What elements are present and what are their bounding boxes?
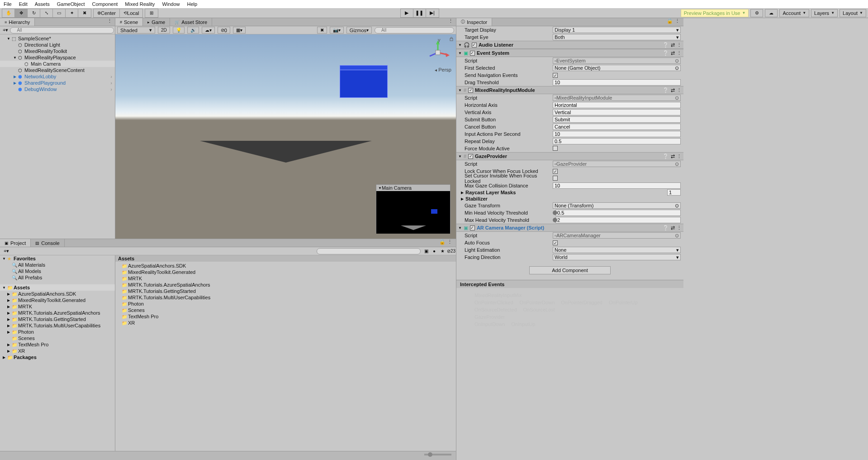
force-module-checkbox[interactable] xyxy=(553,146,558,151)
account-dropdown[interactable]: Account▼ xyxy=(779,9,809,17)
packages-header[interactable]: ▶📁Packages xyxy=(0,354,115,360)
first-selected-field[interactable]: None (Game Object)⊙ xyxy=(553,65,681,71)
asset-folder[interactable]: 📁Photon xyxy=(115,301,456,307)
scene-tab-menu[interactable]: ⋮ xyxy=(446,18,456,26)
min-head-input[interactable] xyxy=(555,210,681,216)
help-icon[interactable]: ❔ xyxy=(663,42,669,48)
hand-tool-button[interactable]: ✋ xyxy=(2,9,15,17)
h-axis-input[interactable] xyxy=(553,102,681,108)
menu-icon[interactable]: ⋮ xyxy=(677,153,682,159)
max-head-input[interactable] xyxy=(555,217,681,223)
hierarchy-scene[interactable]: ▼⬚SampleScene* xyxy=(0,35,115,42)
hierarchy-item[interactable]: ▼⬡MixedRealityPlayspace xyxy=(0,54,115,61)
hierarchy-item[interactable]: ⬡Directional Light xyxy=(0,42,115,48)
layout-dropdown[interactable]: Layout▼ xyxy=(840,9,866,17)
hidden-packages-icon[interactable]: ⊘23 xyxy=(447,249,454,254)
hierarchy-search-input[interactable] xyxy=(10,27,114,34)
scene-tab[interactable]: #Scene xyxy=(115,18,143,26)
project-tab-menu[interactable]: ⋮ xyxy=(447,239,452,245)
preset-icon[interactable]: ⇄ xyxy=(671,225,675,231)
favorites-header[interactable]: ▼★Favorites xyxy=(0,255,115,262)
scene-view[interactable]: y ◂ Persp ▼ Main Camera xyxy=(115,34,456,239)
tools-button[interactable]: ✖ xyxy=(317,27,327,34)
help-icon[interactable]: ❔ xyxy=(663,87,669,93)
favorite-item[interactable]: 🔍All Prefabs xyxy=(0,274,115,281)
hierarchy-tab-menu[interactable]: ⋮ xyxy=(104,18,115,26)
preset-icon[interactable]: ⇄ xyxy=(671,87,675,93)
play-button[interactable]: ▶ xyxy=(401,9,413,17)
facing-dropdown[interactable]: World▾ xyxy=(553,254,681,260)
hierarchy-item-prefab[interactable]: ▶⬢SharedPlayground› xyxy=(0,80,115,86)
favorite-item[interactable]: 🔍All Models xyxy=(0,268,115,274)
pivot-local-button[interactable]: ⟲Local xyxy=(120,9,142,17)
draw-mode-dropdown[interactable]: Shaded ▾ xyxy=(117,27,155,34)
lighting-toggle[interactable]: 💡 xyxy=(173,27,185,34)
project-search-input[interactable] xyxy=(317,248,421,254)
max-gaze-input[interactable] xyxy=(553,182,681,189)
project-tab[interactable]: ▣Project xyxy=(0,239,31,247)
raycast-count-input[interactable] xyxy=(667,189,681,196)
ar-camera-component-header[interactable]: ▼▣✓AR Camera Manager (Script)❔⇄⋮ xyxy=(456,224,683,232)
project-create-button[interactable]: +▾ xyxy=(2,248,11,254)
rect-tool-button[interactable]: ▭ xyxy=(53,9,66,17)
projection-label[interactable]: ◂ Persp xyxy=(435,67,451,72)
hierarchy-item-prefab[interactable]: ▶⬢NetworkLobby› xyxy=(0,73,115,80)
step-button[interactable]: ▶| xyxy=(426,9,439,17)
hierarchy-item[interactable]: ⬡MixedRealitySceneContent xyxy=(0,67,115,73)
folder-item[interactable]: ▶📁MRTK xyxy=(0,303,115,310)
hidden-objects-toggle[interactable]: ⊘0 xyxy=(218,27,230,34)
gaze-transform-field[interactable]: None (Transform)⊙ xyxy=(553,202,681,209)
preset-icon[interactable]: ⇄ xyxy=(671,50,675,56)
folder-item[interactable]: ▶📁TextMesh Pro xyxy=(0,341,115,348)
auto-focus-checkbox[interactable]: ✓ xyxy=(553,240,558,245)
folder-item[interactable]: ▶📁AzureSpatialAnchors.SDK xyxy=(0,291,115,297)
add-component-button[interactable]: Add Component xyxy=(529,266,611,274)
snap-button[interactable]: ⊞ xyxy=(145,9,158,17)
asset-folder[interactable]: 📁MixedRealityToolkit.Generated xyxy=(115,269,456,275)
orientation-gizmo[interactable]: y xyxy=(424,39,451,66)
menu-assets[interactable]: Assets xyxy=(35,1,50,7)
target-eye-dropdown[interactable]: Both▾ xyxy=(553,34,681,40)
event-system-component-header[interactable]: ▼▣✓Event System❔⇄⋮ xyxy=(456,49,683,57)
filter-by-type-icon[interactable]: ▣ xyxy=(422,249,430,254)
light-est-dropdown[interactable]: None▾ xyxy=(553,247,681,253)
raycast-layer-masks-foldout[interactable]: ▶Raycast Layer Masks xyxy=(456,189,683,196)
mr-input-component-header[interactable]: ▼#✓MixedRealityInputModule❔⇄⋮ xyxy=(456,86,683,94)
asset-store-tab[interactable]: 🛒Asset Store xyxy=(170,18,212,26)
help-icon[interactable]: ❔ xyxy=(663,225,669,231)
repeat-delay-input[interactable] xyxy=(553,138,681,144)
lock-icon[interactable] xyxy=(449,37,454,41)
folder-item[interactable]: ▶📁MRTK.Tutorials.AzureSpatialAnchors xyxy=(0,310,115,316)
thumbnail-size-slider[interactable] xyxy=(424,454,451,455)
rotate-tool-button[interactable]: ↻ xyxy=(28,9,40,17)
asset-folder[interactable]: 📁AzureSpatialAnchors.SDK xyxy=(115,263,456,269)
menu-file[interactable]: File xyxy=(4,1,12,7)
audio-toggle[interactable]: 🔊 xyxy=(187,27,199,34)
folder-item[interactable]: ▶📁MixedRealityToolkit.Generated xyxy=(0,297,115,303)
folder-item[interactable]: ▶📁Photon xyxy=(0,329,115,335)
transform-tool-button[interactable]: ✦ xyxy=(66,9,78,17)
submit-input[interactable] xyxy=(553,116,681,123)
send-nav-checkbox[interactable]: ✓ xyxy=(553,73,558,78)
layers-dropdown[interactable]: Layers▼ xyxy=(811,9,838,17)
asset-folder[interactable]: 📁MRTK xyxy=(115,275,456,282)
preset-icon[interactable]: ⇄ xyxy=(671,153,675,159)
menu-icon[interactable]: ⋮ xyxy=(677,87,682,93)
lock-cursor-checkbox[interactable]: ✓ xyxy=(553,169,558,174)
console-tab[interactable]: ▤Console xyxy=(31,239,64,247)
help-icon[interactable]: ❔ xyxy=(663,50,669,56)
menu-icon[interactable]: ⋮ xyxy=(677,225,682,231)
set-cursor-checkbox[interactable] xyxy=(553,176,558,181)
menu-component[interactable]: Component xyxy=(92,1,118,7)
custom-tool-button[interactable]: ✖ xyxy=(78,9,91,17)
asset-folder[interactable]: 📁XR xyxy=(115,320,456,326)
preset-icon[interactable]: ⇄ xyxy=(671,42,675,48)
menu-gameobject[interactable]: GameObject xyxy=(57,1,85,7)
hierarchy-item-selected[interactable]: ⬡Main Camera xyxy=(0,61,115,67)
v-axis-input[interactable] xyxy=(553,109,681,115)
pause-button[interactable]: ❚❚ xyxy=(413,9,426,17)
2d-toggle[interactable]: 2D xyxy=(158,27,170,34)
audio-listener-component-header[interactable]: ▼🎧✓Audio Listener❔⇄⋮ xyxy=(456,41,683,49)
gizmos-dropdown[interactable]: Gizmos ▾ xyxy=(346,27,372,34)
lock-icon[interactable]: 🔒 xyxy=(439,239,446,245)
